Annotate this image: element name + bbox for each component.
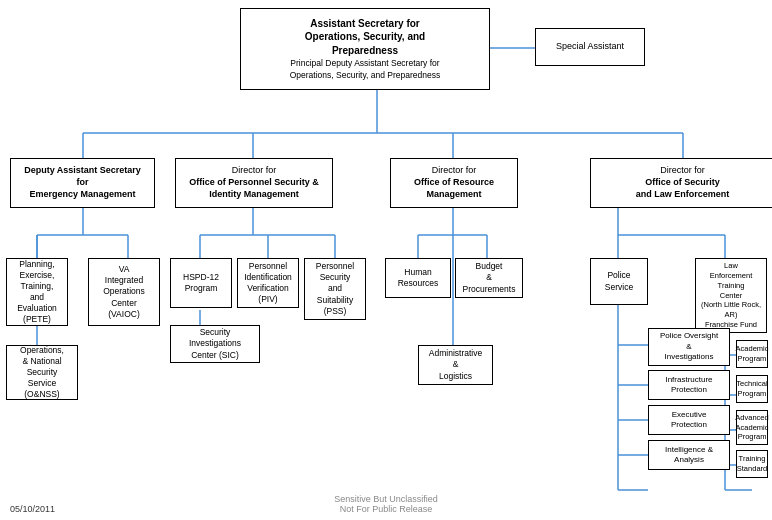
training-standard-box: Training Standard bbox=[736, 450, 768, 478]
budget-box: Budget & Procurements bbox=[455, 258, 523, 298]
director-security-label: Director for Office of Security and Law … bbox=[636, 165, 730, 200]
hspd12-label: HSPD-12 Program bbox=[183, 272, 219, 294]
infrastructure-box: Infrastructure Protection bbox=[648, 370, 730, 400]
advanced-academic-box: Advanced Academic Program bbox=[736, 410, 768, 445]
budget-label: Budget & Procurements bbox=[463, 261, 516, 294]
infrastructure-label: Infrastructure Protection bbox=[665, 375, 712, 396]
deputy-em-box: Deputy Assistant SecretaryforEmergency M… bbox=[10, 158, 155, 208]
pete-box: Planning, Exercise, Training, and Evalua… bbox=[6, 258, 68, 326]
oanss-label: Operations, & National Security Service … bbox=[20, 345, 64, 400]
intelligence-label: Intelligence & Analysis bbox=[665, 445, 713, 466]
letc-box: Law Enforcement Training Center (North L… bbox=[695, 258, 767, 333]
director-security-box: Director for Office of Security and Law … bbox=[590, 158, 772, 208]
director-resource-label: Director for Office of Resource Manageme… bbox=[414, 165, 494, 200]
letc-label: Law Enforcement Training Center (North L… bbox=[701, 261, 761, 329]
special-assistant-label: Special Assistant bbox=[556, 41, 624, 53]
training-standard-label: Training Standard bbox=[737, 454, 767, 474]
executive-protection-box: Executive Protection bbox=[648, 405, 730, 435]
footer-date: 05/10/2011 bbox=[10, 504, 55, 514]
human-resources-label: Human Resources bbox=[398, 267, 439, 289]
police-service-label: Police Service bbox=[605, 270, 633, 292]
special-assistant-box: Special Assistant bbox=[535, 28, 645, 66]
admin-logistics-box: Administrative & Logistics bbox=[418, 345, 493, 385]
pete-label: Planning, Exercise, Training, and Evalua… bbox=[17, 259, 57, 325]
sic-box: Security Investigations Center (SIC) bbox=[170, 325, 260, 363]
vaioc-box: VA Integrated Operations Center (VAIOC) bbox=[88, 258, 160, 326]
director-personnel-label: Director for Office of Personnel Securit… bbox=[189, 165, 319, 200]
footer-classification: Sensitive But Unclassified Not For Publi… bbox=[334, 494, 438, 514]
vaioc-label: VA Integrated Operations Center (VAIOC) bbox=[103, 264, 145, 319]
deputy-em-label: Deputy Assistant SecretaryforEmergency M… bbox=[24, 165, 141, 200]
academic-box: Academic Program bbox=[736, 340, 768, 368]
human-resources-box: Human Resources bbox=[385, 258, 451, 298]
root-label: Assistant Secretary for Operations, Secu… bbox=[290, 17, 441, 81]
police-oversight-label: Police Oversight & Investigations bbox=[660, 331, 718, 362]
advanced-academic-label: Advanced Academic Program bbox=[735, 413, 768, 442]
sic-label: Security Investigations Center (SIC) bbox=[189, 327, 241, 360]
oanss-box: Operations, & National Security Service … bbox=[6, 345, 78, 400]
hspd12-box: HSPD-12 Program bbox=[170, 258, 232, 308]
pss-label: Personnel Security and Suitability (PSS) bbox=[316, 261, 354, 316]
police-service-box: Police Service bbox=[590, 258, 648, 305]
director-resource-box: Director for Office of Resource Manageme… bbox=[390, 158, 518, 208]
police-oversight-box: Police Oversight & Investigations bbox=[648, 328, 730, 366]
technical-label: Technical Program bbox=[736, 379, 767, 399]
director-personnel-box: Director for Office of Personnel Securit… bbox=[175, 158, 333, 208]
admin-logistics-label: Administrative & Logistics bbox=[429, 348, 482, 381]
executive-protection-label: Executive Protection bbox=[671, 410, 707, 431]
chart-container: Assistant Secretary for Operations, Secu… bbox=[0, 0, 772, 520]
intelligence-box: Intelligence & Analysis bbox=[648, 440, 730, 470]
piv-label: Personnel Identification Verification (P… bbox=[244, 261, 292, 305]
pss-box: Personnel Security and Suitability (PSS) bbox=[304, 258, 366, 320]
root-box: Assistant Secretary for Operations, Secu… bbox=[240, 8, 490, 90]
technical-box: Technical Program bbox=[736, 375, 768, 403]
piv-box: Personnel Identification Verification (P… bbox=[237, 258, 299, 308]
academic-label: Academic Program bbox=[736, 344, 769, 364]
